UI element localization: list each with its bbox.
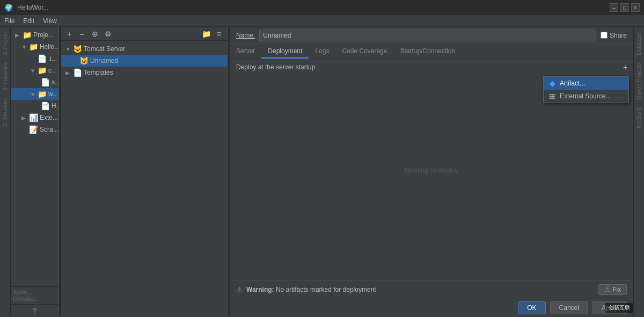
share-checkbox[interactable] (601, 32, 608, 39)
tree-unnamed[interactable]: 🐱 Unnamed (61, 55, 227, 67)
hello-icon: 📁 (29, 42, 38, 51)
artifact-dropdown: ◆ Artifact... ⊞ External Source... (543, 76, 629, 103)
deployment-content: Deploy at the server startup + ◆ Artifac… (230, 59, 633, 280)
ok-button[interactable]: OK (518, 301, 545, 314)
window-controls: – □ × (610, 3, 640, 12)
tab-server[interactable]: Server (230, 44, 261, 59)
compilat-tab[interactable]: Compilat... (13, 296, 56, 302)
warning-text: Warning: No artifacts marked for deploym… (246, 286, 376, 293)
bottom-buttons: OK Cancel Apply (230, 298, 633, 317)
tree-item-i[interactable]: 📄 .i... (11, 53, 58, 64)
unnamed-icon: 🐱 (79, 56, 88, 65)
tree-templates[interactable]: ▶ 📄 Templates (61, 67, 227, 78)
c-icon: 📁 (38, 66, 46, 75)
fix-icon: ⚠ (604, 286, 610, 293)
warning-icon: ⚠ (236, 285, 243, 294)
tab-startup[interactable]: Startup/Connection (393, 44, 462, 59)
deploy-header: Deploy at the server startup (230, 59, 633, 75)
left-vertical-sidebar: 1: Project 2: Favorites 2: Structure (0, 27, 11, 317)
config-toolbar: + – ⊕ ⚙ 📁 ≡ (61, 27, 227, 41)
hello-label: Hello... (40, 43, 58, 51)
tree-item-scra[interactable]: 📝 Scra... (11, 124, 58, 135)
i-icon: 📄 (38, 54, 46, 63)
name-input[interactable] (259, 30, 596, 41)
i-label: .i... (48, 55, 57, 62)
tree-tomcat-server[interactable]: ▼ 🐱 Tomcat Server (61, 43, 227, 55)
tree-item-s[interactable]: 📄 s... (11, 76, 58, 88)
run-config-panel: + – ⊕ ⚙ 📁 ≡ ▼ 🐱 Tomcat Server 🐱 (61, 27, 228, 317)
maximize-button[interactable]: □ (620, 3, 629, 12)
add-config-button[interactable]: + (63, 28, 75, 40)
watermark: 创新互联 (605, 303, 633, 313)
sidebar-tab-favorites[interactable]: 2: Favorites (1, 59, 9, 93)
w-label: w... (48, 90, 58, 98)
share-area: Share (601, 32, 627, 39)
tree-item-c[interactable]: ▼ 📁 c... (11, 64, 58, 76)
tomcat-label: Tomcat Server (84, 45, 125, 53)
right-sidebar: Database Maven Projects Ant Build (633, 27, 644, 317)
nothing-to-deploy-label: Nothing to deploy (404, 166, 458, 174)
external-source-label: External Source... (560, 92, 611, 100)
h-label: H... (52, 102, 58, 110)
tree-item-project[interactable]: ▶ 📁 Proje... (11, 29, 58, 41)
move-config-button[interactable]: ⚙ (102, 28, 114, 40)
templates-icon: 📄 (73, 68, 82, 77)
add-artifact-button[interactable]: + ◆ Artifact... ⊞ External Source... (619, 61, 631, 73)
w-icon: 📁 (38, 90, 46, 98)
right-tab-ant[interactable]: Ant Build (635, 104, 643, 132)
help-icon[interactable]: ? (33, 307, 37, 315)
warning-bar: ⚠ Warning: No artifacts marked for deplo… (230, 280, 633, 298)
plus-icon: + (623, 63, 627, 71)
project-icon: 📁 (23, 31, 31, 39)
templates-label: Templates (84, 69, 113, 76)
ext-label: Exte... (40, 114, 58, 121)
deploy-actions: + ◆ Artifact... ⊞ External Source... (619, 61, 631, 99)
right-tab-maven[interactable]: Maven Projects (635, 60, 643, 103)
dropdown-artifact[interactable]: ◆ Artifact... (544, 77, 628, 90)
tomcat-icon: 🐱 (73, 45, 82, 53)
menu-view[interactable]: View (41, 16, 59, 26)
unnamed-label: Unnamed (90, 57, 118, 64)
chevron-templates: ▶ (65, 70, 71, 76)
scra-label: Scra... (40, 126, 58, 133)
chevron-project: ▶ (15, 32, 20, 38)
menu-bar: File Edit View (0, 15, 644, 27)
tree-item-hello[interactable]: ▼ 📁 Hello... (11, 41, 58, 53)
artifact-icon: ◆ (548, 79, 557, 88)
fix-button[interactable]: ⚠ Fix (598, 284, 627, 295)
c-label: c... (48, 67, 57, 74)
tab-logs[interactable]: Logs (309, 44, 335, 59)
warning-message: No artifacts marked for deployment (276, 286, 376, 293)
sidebar-tab-project[interactable]: 1: Project (1, 29, 9, 58)
remove-config-button[interactable]: – (76, 28, 88, 40)
sidebar-tab-structure[interactable]: 2: Structure (1, 95, 9, 129)
tree-item-ext[interactable]: ▶ 📊 Exte... (11, 112, 58, 124)
name-label: Name: (236, 32, 255, 39)
tab-code-coverage[interactable]: Code Coverage (335, 44, 393, 59)
close-button[interactable]: × (631, 3, 640, 12)
h-icon: 📄 (41, 102, 49, 110)
project-tree: ▶ 📁 Proje... ▼ 📁 Hello... 📄 .i... ▼ 📁 (11, 27, 58, 286)
folder-config-button[interactable]: 📁 (200, 28, 212, 40)
external-source-icon: ⊞ (548, 92, 557, 100)
chevron-tomcat: ▼ (65, 46, 71, 52)
share-label: Share (610, 32, 627, 39)
cancel-button[interactable]: Cancel (550, 301, 588, 314)
config-tabs: Server Deployment Logs Code Coverage Sta… (230, 44, 633, 59)
chevron-hello: ▼ (21, 44, 27, 50)
sort-config-button[interactable]: ≡ (213, 28, 225, 40)
config-tree: ▼ 🐱 Tomcat Server 🐱 Unnamed ▶ 📄 Template… (61, 41, 227, 317)
tab-deployment[interactable]: Deployment (261, 44, 309, 59)
tree-item-h[interactable]: 📄 H... (11, 100, 58, 112)
tree-item-w[interactable]: ▼ 📁 w... (11, 88, 58, 100)
right-tab-database[interactable]: Database (635, 29, 643, 59)
scra-icon: 📝 (29, 125, 38, 134)
title-bar: 🌍 HelloWor... – □ × (0, 0, 644, 15)
copy-config-button[interactable]: ⊕ (89, 28, 101, 40)
menu-edit[interactable]: Edit (21, 16, 36, 26)
menu-file[interactable]: File (2, 16, 17, 26)
s-label: s... (52, 78, 58, 86)
minimize-button[interactable]: – (610, 3, 618, 12)
dropdown-external-source[interactable]: ⊞ External Source... (544, 90, 628, 103)
applic-tab[interactable]: Applic... (13, 289, 56, 295)
